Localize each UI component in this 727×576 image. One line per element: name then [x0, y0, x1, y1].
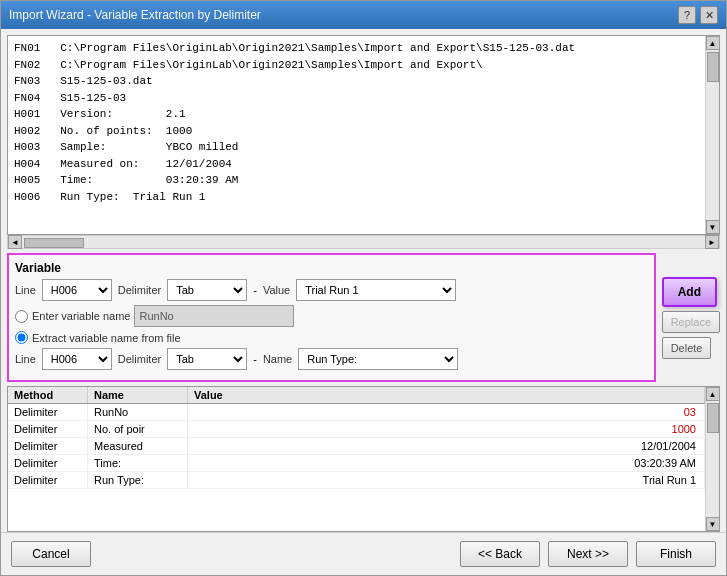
variable-section: Variable Line H001H002H003H004H005H006 D… — [7, 249, 720, 386]
line2-label: Line — [15, 353, 36, 365]
delimiter-select-2[interactable]: TabSpaceCommaSemicolon — [167, 348, 247, 370]
table-body: DelimiterRunNo03DelimiterNo. of poir1000… — [8, 404, 705, 531]
cell-method: Delimiter — [8, 404, 88, 420]
title-bar: Import Wizard - Variable Extraction by D… — [1, 1, 726, 29]
add-button[interactable]: Add — [662, 277, 717, 307]
table-scroll-track[interactable] — [706, 401, 719, 517]
line-label: Line — [15, 284, 36, 296]
preview-vscroll[interactable]: ▲ ▼ — [705, 36, 719, 234]
name-select[interactable]: Run Type: — [298, 348, 458, 370]
bottom-bar: Cancel << Back Next >> Finish — [1, 532, 726, 575]
preview-panel: FN01 C:\Program Files\OriginLab\Origin20… — [7, 35, 720, 235]
var-row-1: Line H001H002H003H004H005H006 Delimiter … — [15, 279, 648, 301]
help-button[interactable]: ? — [678, 6, 696, 24]
name-label: Name — [263, 353, 292, 365]
right-buttons: Add Replace Delete — [656, 249, 720, 386]
var-row-2: Line H001H002H003H004H005H006 Delimiter … — [15, 348, 648, 370]
cell-value: Trial Run 1 — [188, 472, 705, 488]
cell-name: Measured — [88, 438, 188, 454]
table-row[interactable]: DelimiterRun Type:Trial Run 1 — [8, 472, 705, 489]
table-row[interactable]: DelimiterRunNo03 — [8, 404, 705, 421]
close-button[interactable]: ✕ — [700, 6, 718, 24]
cell-method: Delimiter — [8, 455, 88, 471]
scroll-up-btn[interactable]: ▲ — [706, 36, 720, 50]
finish-button[interactable]: Finish — [636, 541, 716, 567]
dash-label-2: - — [253, 353, 257, 365]
cell-value: 03:20:39 AM — [188, 455, 705, 471]
table-scroll-up[interactable]: ▲ — [706, 387, 720, 401]
line-select-2[interactable]: H001H002H003H004H005H006 — [42, 348, 112, 370]
cell-method: Delimiter — [8, 472, 88, 488]
scroll-track[interactable] — [706, 50, 719, 220]
value-label: Value — [263, 284, 290, 296]
table-inner: Method Name Value DelimiterRunNo03Delimi… — [8, 387, 705, 531]
bottom-left: Cancel — [11, 541, 91, 567]
scroll-down-btn[interactable]: ▼ — [706, 220, 720, 234]
preview-hscroll[interactable]: ◄ ► — [7, 235, 720, 249]
delimiter-label-1: Delimiter — [118, 284, 161, 296]
table-row[interactable]: DelimiterMeasured12/01/2004 — [8, 438, 705, 455]
radio1-label: Enter variable name — [32, 310, 130, 322]
cell-name: RunNo — [88, 404, 188, 420]
hscroll-track[interactable] — [22, 236, 705, 248]
delete-button[interactable]: Delete — [662, 337, 712, 359]
dash-label-1: - — [253, 284, 257, 296]
varname-input[interactable] — [134, 305, 294, 327]
replace-button[interactable]: Replace — [662, 311, 720, 333]
variable-box: Variable Line H001H002H003H004H005H006 D… — [7, 253, 656, 382]
scroll-thumb[interactable] — [707, 52, 719, 82]
table-scroll-thumb[interactable] — [707, 403, 719, 433]
hscroll-left-btn[interactable]: ◄ — [8, 235, 22, 249]
table-area: Method Name Value DelimiterRunNo03Delimi… — [7, 386, 720, 532]
table-header: Method Name Value — [8, 387, 705, 404]
hscroll-thumb[interactable] — [24, 238, 84, 248]
cell-value: 03 — [188, 404, 705, 420]
table-row[interactable]: DelimiterNo. of poir1000 — [8, 421, 705, 438]
preview-text: FN01 C:\Program Files\OriginLab\Origin20… — [8, 36, 705, 234]
next-button[interactable]: Next >> — [548, 541, 628, 567]
col-header-value: Value — [188, 387, 705, 403]
radio-row-1: Enter variable name — [15, 305, 648, 327]
line-select[interactable]: H001H002H003H004H005H006 — [42, 279, 112, 301]
radio-enter-var[interactable] — [15, 310, 28, 323]
col-header-name: Name — [88, 387, 188, 403]
cell-name: No. of poir — [88, 421, 188, 437]
bottom-right: << Back Next >> Finish — [460, 541, 716, 567]
cancel-button[interactable]: Cancel — [11, 541, 91, 567]
variable-title: Variable — [15, 261, 648, 275]
radio-row-2: Extract variable name from file — [15, 331, 648, 344]
delimiter-select-1[interactable]: TabSpaceCommaSemicolon — [167, 279, 247, 301]
delimiter-label-2: Delimiter — [118, 353, 161, 365]
col-header-method: Method — [8, 387, 88, 403]
cell-method: Delimiter — [8, 438, 88, 454]
table-vscroll[interactable]: ▲ ▼ — [705, 387, 719, 531]
radio-extract-var[interactable] — [15, 331, 28, 344]
title-controls: ? ✕ — [678, 6, 718, 24]
cell-value: 1000 — [188, 421, 705, 437]
cell-name: Time: — [88, 455, 188, 471]
table-scroll-down[interactable]: ▼ — [706, 517, 720, 531]
radio2-label: Extract variable name from file — [32, 332, 181, 344]
value-select[interactable]: Trial Run 1 — [296, 279, 456, 301]
back-button[interactable]: << Back — [460, 541, 540, 567]
cell-value: 12/01/2004 — [188, 438, 705, 454]
cell-name: Run Type: — [88, 472, 188, 488]
main-window: Import Wizard - Variable Extraction by D… — [0, 0, 727, 576]
window-title: Import Wizard - Variable Extraction by D… — [9, 8, 261, 22]
table-row[interactable]: DelimiterTime:03:20:39 AM — [8, 455, 705, 472]
content-area: FN01 C:\Program Files\OriginLab\Origin20… — [1, 29, 726, 575]
hscroll-right-btn[interactable]: ► — [705, 235, 719, 249]
cell-method: Delimiter — [8, 421, 88, 437]
